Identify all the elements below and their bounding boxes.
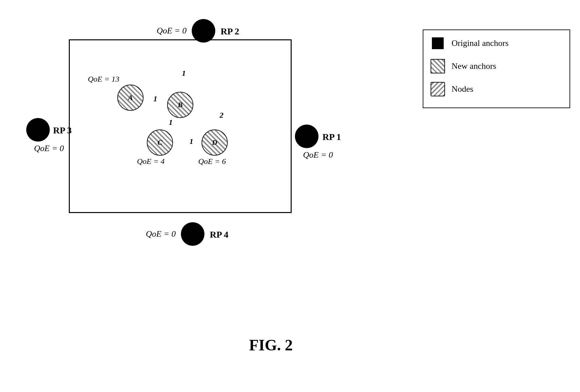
rp4-label: RP 4 [210,229,228,240]
figure-caption: FIG. 2 [249,336,293,354]
nodeB-label: B [178,101,183,109]
grid-box [69,39,292,213]
legend-item-nodes: Nodes [430,81,563,97]
edge-label-c-d: 1 [189,137,193,146]
rp1-qoe: QoE = 0 [303,150,333,160]
nodeA-qoe: QoE = 13 [88,75,119,84]
rp2-circle [192,19,215,43]
nodeA-label: A [128,93,133,102]
rp3-label: RP 3 [53,125,72,136]
nodes-square [431,82,445,96]
legend-new-label: New anchors [452,61,496,71]
edge-label-b-a: 1 [153,94,157,103]
nodeC: C [147,129,173,156]
nodeC-qoe: QoE = 4 [137,157,164,166]
legend-nodes-icon [430,81,446,97]
rp3: RP 3 QoE = 0 [26,118,72,153]
legend-original-label: Original anchors [452,38,509,48]
legend-item-new: New anchors [430,58,563,74]
rp4-qoe: QoE = 0 [146,229,176,239]
legend-box: Original anchors New anchors Nodes [423,29,570,108]
rp1-circle [295,125,319,148]
legend-nodes-label: Nodes [452,84,473,94]
rp3-qoe: QoE = 0 [34,144,64,153]
nodeB: B [167,92,193,118]
edge-label-b-rp1: 2 [220,111,223,120]
rp1: RP 1 QoE = 0 [295,125,341,160]
rp4-circle [181,222,204,246]
rp4: QoE = 0 RP 4 [146,222,228,246]
legend-new-icon [430,58,446,74]
legend-original-icon [430,35,446,51]
rp2-qoe: QoE = 0 [157,26,186,36]
legend-item-original: Original anchors [430,35,563,51]
rp2-label: RP 2 [221,26,239,37]
nodeD-qoe: QoE = 6 [198,157,226,166]
diagram-container: QoE = 0 RP 2 RP 3 QoE = 0 RP 1 QoE = 0 Q… [20,13,580,374]
rp2: QoE = 0 RP 2 [157,19,239,43]
edge-label-b-c: 1 [169,118,173,127]
edge-label-rp2-b: 1 [182,69,186,78]
nodeD-label: D [212,138,217,147]
rp1-label: RP 1 [322,132,341,142]
rp3-circle [26,118,50,142]
nodeA: A [117,85,144,111]
nodeD: D [202,129,228,156]
new-anchor-square [431,59,445,73]
original-anchor-square [432,37,444,49]
nodeC-label: C [158,138,163,147]
